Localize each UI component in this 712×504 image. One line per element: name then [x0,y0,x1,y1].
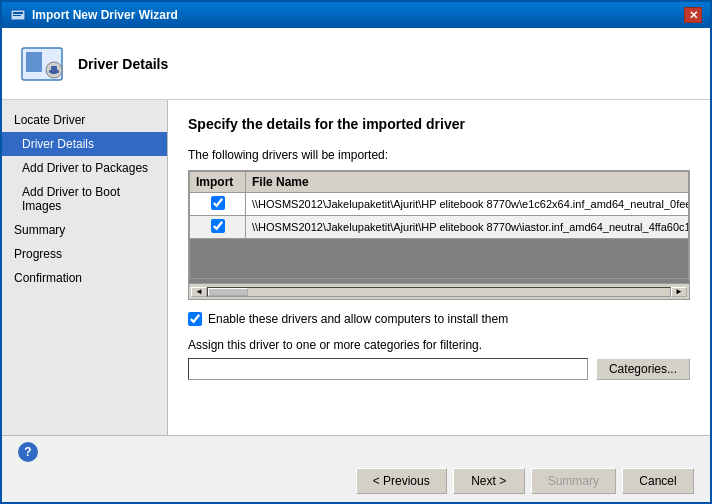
col-filename: File Name [246,172,689,193]
empty-row-2 [190,259,689,279]
wizard-header-title: Driver Details [78,56,168,72]
previous-button[interactable]: < Previous [356,468,447,494]
driver-table: Import File Name \\HOSMS2012\Jakelupaket… [189,171,689,279]
info-text: The following drivers will be imported: [188,148,690,162]
enable-checkbox[interactable] [188,312,202,326]
categories-input[interactable] [188,358,588,380]
section-title: Specify the details for the imported dri… [188,116,690,132]
wizard-window: Import New Driver Wizard ✕ Driver Detail… [0,0,712,504]
title-bar-text: Import New Driver Wizard [32,8,178,22]
enable-checkbox-row: Enable these drivers and allow computers… [188,312,690,326]
svg-rect-8 [49,70,59,73]
table-row: \\HOSMS2012\Jakelupaketit\Ajurit\HP elit… [190,216,689,239]
sidebar-item-driver-details[interactable]: Driver Details [2,132,167,156]
categories-row: Categories... [188,358,690,380]
title-bar: Import New Driver Wizard ✕ [2,2,710,28]
table-row: \\HOSMS2012\Jakelupaketit\Ajurit\HP elit… [190,193,689,216]
sidebar: Locate Driver Driver Details Add Driver … [2,100,168,435]
wizard-header: Driver Details [2,28,710,100]
svg-rect-1 [13,12,23,14]
content-area: Locate Driver Driver Details Add Driver … [2,100,710,435]
summary-button[interactable]: Summary [531,468,616,494]
import-checkbox-1[interactable] [211,196,225,210]
cancel-button[interactable]: Cancel [622,468,694,494]
title-bar-left: Import New Driver Wizard [10,7,178,23]
enable-checkbox-label: Enable these drivers and allow computers… [208,312,508,326]
main-content: Specify the details for the imported dri… [168,100,710,435]
scroll-left-btn[interactable]: ◄ [191,287,207,297]
svg-rect-5 [26,52,42,72]
sidebar-item-locate-driver[interactable]: Locate Driver [2,108,167,132]
import-cell-1 [190,193,246,216]
help-icon[interactable]: ? [18,442,38,462]
driver-table-container: Import File Name \\HOSMS2012\Jakelupaket… [188,170,690,300]
footer-top: ? [18,442,694,462]
table-scrollbar[interactable]: ◄ ► [189,283,689,299]
scroll-track [207,287,671,297]
next-button[interactable]: Next > [453,468,525,494]
svg-rect-2 [13,15,21,16]
filename-cell-2: \\HOSMS2012\Jakelupaketit\Ajurit\HP elit… [246,216,689,239]
categories-button[interactable]: Categories... [596,358,690,380]
scroll-right-btn[interactable]: ► [671,287,687,297]
import-cell-2 [190,216,246,239]
footer-buttons: < Previous Next > Summary Cancel [18,468,694,494]
col-import: Import [190,172,246,193]
sidebar-item-add-packages[interactable]: Add Driver to Packages [2,156,167,180]
wizard-footer: ? < Previous Next > Summary Cancel [2,435,710,502]
assign-text: Assign this driver to one or more catego… [188,338,690,352]
sidebar-item-add-boot-images[interactable]: Add Driver to Boot Images [2,180,167,218]
close-button[interactable]: ✕ [684,7,702,23]
sidebar-item-confirmation[interactable]: Confirmation [2,266,167,290]
import-checkbox-2[interactable] [211,219,225,233]
filename-cell-1: \\HOSMS2012\Jakelupaketit\Ajurit\HP elit… [246,193,689,216]
empty-row-1 [190,239,689,259]
wizard-icon [18,40,66,88]
sidebar-item-progress[interactable]: Progress [2,242,167,266]
sidebar-item-summary[interactable]: Summary [2,218,167,242]
wizard-title-icon [10,7,26,23]
scroll-thumb[interactable] [208,288,248,296]
